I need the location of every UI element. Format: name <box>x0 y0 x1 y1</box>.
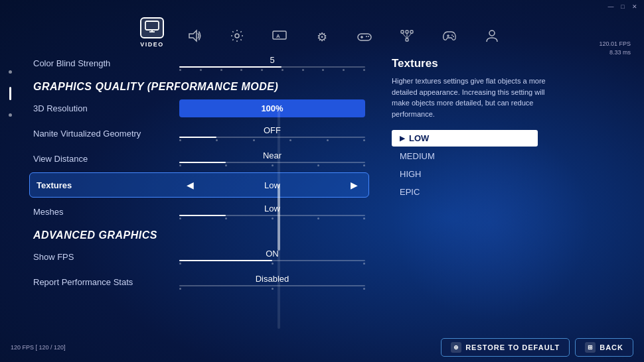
sidebar-dots <box>0 50 20 333</box>
textures-row[interactable]: Textures ◀ Low ▶ <box>29 172 369 198</box>
view-distance-label: View Distance <box>33 154 179 164</box>
report-stats-row: Report Performance Stats Disabled <box>27 269 372 294</box>
report-stats-slider[interactable] <box>179 285 365 286</box>
color-blind-label: Color Blind Strength <box>33 58 179 68</box>
sidebar-dot-active <box>9 87 11 100</box>
svg-rect-15 <box>406 38 408 41</box>
nav-item-gamepad[interactable] <box>438 27 461 48</box>
gamepad-icon <box>442 30 457 44</box>
svg-rect-12 <box>401 30 404 33</box>
nav-item-controller2[interactable] <box>353 27 376 48</box>
show-fps-label: Show FPS <box>33 252 179 262</box>
nav-item-network[interactable] <box>395 27 419 48</box>
quality-label-low: LOW <box>409 133 429 143</box>
fps-badge: 120.01 FPS 8.33 ms <box>599 50 631 56</box>
svg-point-21 <box>451 34 453 36</box>
network-icon <box>400 30 414 45</box>
settings-panel: Color Blind Strength 5 GRAPHI <box>20 50 378 333</box>
nav-label-video: VIDEO <box>140 41 164 48</box>
graphics-quality-header: GRAPHICS QUALITY (PERFORMANCE MODE) <box>27 76 372 95</box>
gear-icon <box>230 29 244 46</box>
color-blind-value-wrap: 5 <box>179 55 365 71</box>
meshes-row: Meshes Low <box>27 199 372 224</box>
nanite-value-wrap: OFF <box>179 125 365 141</box>
quality-option-high[interactable]: HIGH <box>392 166 538 182</box>
svg-point-22 <box>453 36 454 37</box>
svg-point-4 <box>235 34 239 38</box>
quality-label-epic: EPIC <box>400 187 420 197</box>
profile-icon <box>486 29 498 46</box>
quality-list: ▶ LOW MEDIUM HIGH EPIC <box>392 130 538 200</box>
view-distance-row: View Distance Near <box>27 146 372 171</box>
main-content: Color Blind Strength 5 GRAPHI <box>0 50 644 333</box>
maximize-button[interactable]: □ <box>619 3 627 11</box>
svg-point-11 <box>368 36 369 37</box>
nanite-row: Nanite Virtualized Geometry OFF <box>27 121 372 146</box>
report-stats-value: Disabled <box>256 274 289 284</box>
show-fps-value: ON <box>266 249 279 259</box>
show-fps-row: Show FPS ON <box>27 244 372 269</box>
bottom-bar: 120 FPS [ 120 / 120] ⊕ RESTORE TO DEFAUL… <box>0 333 644 362</box>
textures-value-wrap: ◀ Low ▶ <box>183 180 362 190</box>
minimize-button[interactable]: — <box>607 3 615 11</box>
scroll-indicator[interactable] <box>278 106 280 329</box>
scroll-thumb <box>278 184 280 251</box>
info-description: Higher textures settings give flat objec… <box>392 76 564 119</box>
color-blind-slider[interactable] <box>179 66 365 68</box>
quality-chevron-low: ▶ <box>400 135 405 142</box>
info-panel: Textures 120.01 FPS 8.33 ms Higher textu… <box>378 50 644 333</box>
meshes-value-wrap: Low <box>179 204 365 219</box>
advanced-graphics-header: ADVANCED GRAPHICS <box>27 224 372 244</box>
controller2-icon <box>357 30 372 44</box>
display-icon: A <box>272 30 287 45</box>
close-button[interactable]: ✕ <box>631 3 639 11</box>
nav-item-audio[interactable] <box>183 27 206 48</box>
back-button[interactable]: ⊞ BACK <box>575 338 633 357</box>
quality-option-medium[interactable]: MEDIUM <box>392 148 538 164</box>
quality-label-high: HIGH <box>400 169 422 179</box>
nanite-ticks <box>179 139 365 141</box>
quality-label-medium: MEDIUM <box>400 151 435 161</box>
resolution-label: 3D Resolution <box>33 103 179 113</box>
nav-item-video[interactable]: VIDEO <box>140 17 164 48</box>
textures-arrows: ◀ Low ▶ <box>183 180 362 190</box>
resolution-value-btn[interactable]: 100% <box>179 99 365 117</box>
nav-item-settings[interactable] <box>225 27 249 48</box>
ms-value: 8.33 ms <box>599 50 631 56</box>
svg-point-10 <box>366 36 367 37</box>
top-nav: VIDEO <box>0 13 644 50</box>
nav-item-accessibility[interactable]: ⚙ <box>310 27 334 48</box>
resolution-value-wrap: 100% <box>179 99 365 117</box>
show-fps-slider[interactable] <box>179 260 365 261</box>
meshes-slider[interactable] <box>179 215 365 216</box>
back-label: BACK <box>600 343 623 351</box>
view-distance-value-wrap: Near <box>179 151 365 166</box>
fps-info: 120 FPS [ 120 / 120] <box>11 343 66 352</box>
textures-arrow-right[interactable]: ▶ <box>347 180 362 190</box>
textures-value: Low <box>198 180 347 190</box>
resolution-row: 3D Resolution 100% <box>27 95 372 121</box>
svg-rect-7 <box>358 34 371 40</box>
accessibility-icon: ⚙ <box>317 30 327 44</box>
bottom-actions: ⊕ RESTORE TO DEFAULT ⊞ BACK <box>441 338 633 357</box>
restore-default-button[interactable]: ⊕ RESTORE TO DEFAULT <box>441 338 570 357</box>
nanite-slider[interactable] <box>179 137 365 138</box>
textures-arrow-left[interactable]: ◀ <box>183 180 198 190</box>
nanite-label: Nanite Virtualized Geometry <box>33 129 179 139</box>
show-fps-ticks <box>179 263 365 265</box>
svg-rect-13 <box>406 30 408 33</box>
quality-option-low[interactable]: ▶ LOW <box>392 130 538 147</box>
view-distance-slider[interactable] <box>179 162 365 163</box>
svg-rect-0 <box>145 21 159 30</box>
back-icon: ⊞ <box>585 342 596 353</box>
quality-option-epic[interactable]: EPIC <box>392 184 538 200</box>
svg-point-23 <box>489 30 495 36</box>
title-bar: — □ ✕ <box>0 0 644 13</box>
info-title: Textures <box>392 57 631 70</box>
color-blind-value: 5 <box>270 55 274 65</box>
sidebar-dot-1 <box>9 70 12 74</box>
nav-item-profile[interactable] <box>480 27 504 48</box>
report-stats-ticks <box>179 288 365 290</box>
nav-item-display[interactable]: A <box>268 27 291 48</box>
svg-line-16 <box>402 33 407 38</box>
